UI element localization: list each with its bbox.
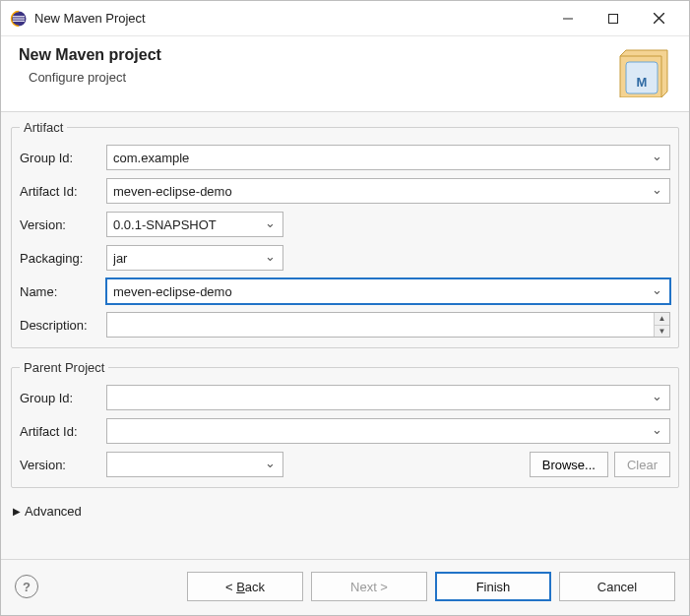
wizard-content: Artifact Group Id: Artifact Id: Version:… bbox=[1, 112, 689, 559]
artifact-id-input[interactable] bbox=[106, 178, 670, 204]
description-down-button[interactable]: ▼ bbox=[654, 326, 669, 338]
description-label: Description: bbox=[20, 318, 100, 333]
banner-heading: New Maven project bbox=[19, 46, 616, 64]
advanced-toggle[interactable]: ▶ Advanced bbox=[11, 500, 679, 523]
name-input[interactable] bbox=[106, 278, 670, 304]
finish-button[interactable]: Finish bbox=[435, 572, 551, 601]
parent-group-id-input[interactable] bbox=[106, 385, 670, 410]
svg-rect-5 bbox=[609, 14, 618, 23]
wizard-banner: New Maven project Configure project M bbox=[1, 36, 689, 112]
minimize-button[interactable] bbox=[545, 3, 591, 34]
clear-button[interactable]: Clear bbox=[614, 452, 670, 477]
parent-group-id-label: Group Id: bbox=[20, 391, 100, 405]
next-button[interactable]: Next > bbox=[311, 572, 427, 601]
cancel-button[interactable]: Cancel bbox=[559, 572, 675, 601]
version-input[interactable] bbox=[106, 212, 283, 237]
description-input[interactable] bbox=[106, 312, 670, 338]
description-up-button[interactable]: ▲ bbox=[654, 313, 669, 326]
eclipse-icon bbox=[9, 10, 27, 28]
version-label: Version: bbox=[20, 217, 100, 232]
title-bar: New Maven Project bbox=[1, 1, 689, 36]
parent-legend: Parent Project bbox=[20, 360, 108, 375]
window-controls bbox=[545, 3, 681, 34]
parent-artifact-id-label: Artifact Id: bbox=[20, 424, 100, 439]
svg-text:M: M bbox=[637, 75, 648, 90]
browse-button[interactable]: Browse... bbox=[530, 452, 608, 477]
packaging-label: Packaging: bbox=[20, 251, 100, 266]
parent-project-group: Parent Project Group Id: Artifact Id: Ve… bbox=[11, 360, 679, 488]
close-button[interactable] bbox=[636, 3, 681, 34]
packaging-input[interactable] bbox=[106, 245, 283, 271]
maximize-button[interactable] bbox=[591, 3, 636, 34]
maven-icon: M bbox=[616, 46, 671, 97]
artifact-id-label: Artifact Id: bbox=[20, 184, 100, 199]
svg-rect-1 bbox=[13, 16, 25, 17]
help-icon: ? bbox=[23, 580, 31, 594]
window-title: New Maven Project bbox=[34, 11, 545, 26]
group-id-input[interactable] bbox=[106, 145, 670, 170]
chevron-right-icon: ▶ bbox=[13, 506, 21, 517]
group-id-label: Group Id: bbox=[20, 151, 100, 165]
back-button[interactable]: < Back bbox=[187, 572, 303, 601]
svg-rect-2 bbox=[13, 18, 25, 19]
parent-artifact-id-input[interactable] bbox=[106, 418, 670, 444]
banner-subtitle: Configure project bbox=[19, 70, 616, 85]
artifact-legend: Artifact bbox=[20, 120, 67, 135]
parent-version-input[interactable] bbox=[106, 452, 283, 477]
artifact-group: Artifact Group Id: Artifact Id: Version:… bbox=[11, 120, 679, 348]
parent-version-label: Version: bbox=[20, 458, 100, 472]
name-label: Name: bbox=[20, 284, 100, 299]
description-spinner: ▲ ▼ bbox=[654, 313, 669, 337]
svg-rect-3 bbox=[13, 20, 25, 21]
wizard-footer: ? < Back Next > Finish Cancel bbox=[1, 559, 689, 615]
advanced-label: Advanced bbox=[25, 504, 82, 519]
help-button[interactable]: ? bbox=[15, 575, 38, 598]
